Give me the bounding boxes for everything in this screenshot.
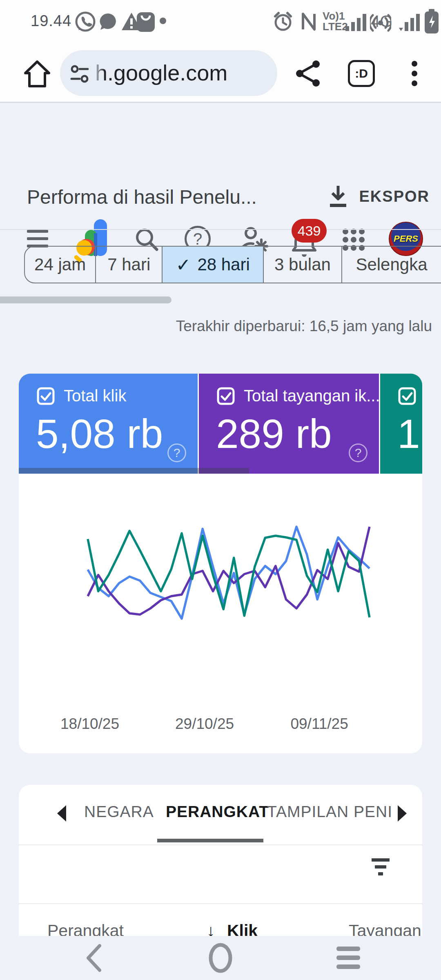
metric-card-0[interactable]: Total klik5,08 rb?: [19, 374, 198, 474]
metric-label: Total klik: [64, 387, 126, 405]
x-tick-label: 18/10/25: [60, 715, 119, 733]
filter-icon: [372, 858, 390, 862]
signal-bars-2: [398, 12, 421, 33]
tab-negara[interactable]: NEGARA: [84, 803, 154, 821]
notification-badge: 439: [292, 219, 327, 243]
dot-icon: [159, 17, 167, 24]
share-icon[interactable]: [296, 60, 321, 87]
performance-chart: 18/10/2529/10/2509/11/25: [19, 474, 422, 753]
metric-cards-row: Total klik5,08 rb?Total tayangan ik...28…: [19, 374, 422, 474]
home-button[interactable]: [207, 942, 234, 973]
url-text[interactable]: h.google.com: [95, 60, 227, 85]
x-tick-label: 09/11/25: [290, 715, 348, 733]
active-tab-underline: [157, 839, 263, 842]
export-button[interactable]: EKSPOR: [327, 184, 430, 209]
metric-card-2[interactable]: C1,: [380, 374, 422, 474]
avatar-text: PERS: [394, 234, 418, 244]
series-total-klik: [88, 527, 370, 619]
series-ctr: [88, 531, 370, 617]
date-range-24-jam[interactable]: 24 jam: [24, 246, 96, 283]
metric-value: 289 rb: [216, 410, 332, 457]
status-bar: 19.44 Vo)1 LTE2: [0, 0, 441, 44]
shop-bag-icon: [135, 11, 157, 33]
metric-help-icon[interactable]: ?: [167, 443, 186, 462]
selected-check-icon: ✓: [176, 254, 191, 275]
sort-desc-icon: ↓: [207, 921, 215, 936]
date-range-label: 7 hari: [107, 255, 150, 274]
search-console-header: ? 439 PERS: [0, 104, 441, 165]
browser-toolbar: h.google.com :D: [0, 44, 441, 103]
signal-bars: [345, 12, 368, 33]
tabs-prev-icon[interactable]: [54, 804, 69, 822]
clock-time: 19.44: [31, 12, 71, 30]
battery-charging-icon: [424, 9, 440, 34]
recents-button[interactable]: [336, 946, 361, 970]
network-type: 4G: [371, 12, 392, 31]
date-range-3-bulan[interactable]: 3 bulan: [264, 246, 342, 283]
line-chart-svg: [19, 474, 422, 753]
date-range-selengka[interactable]: Selengka: [342, 246, 441, 283]
back-button[interactable]: [83, 943, 104, 973]
performance-sheet: Total klik5,08 rb?Total tayangan ik...28…: [19, 374, 422, 753]
menu-3dot-icon[interactable]: [411, 60, 418, 87]
dimensions-card: NEGARAPERANGKATTAMPILAN PENI Perangkat ↓…: [19, 785, 422, 936]
android-navigation-bar: [0, 936, 441, 980]
metric-label: Total tayangan ik...: [244, 387, 379, 405]
page-title: Performa di hasil Penelu...: [27, 186, 257, 208]
whatsapp-icon: [75, 11, 96, 32]
cards-scrollbar-thumb[interactable]: [19, 468, 249, 474]
filter-button[interactable]: [370, 858, 391, 880]
checked-checkbox-icon[interactable]: [217, 387, 235, 405]
date-range-selector: 24 jam7 hari✓28 hari3 bulanSelengka: [24, 246, 441, 283]
last-updated-text: Terakhir diperbarui: 16,5 jam yang lalu: [176, 318, 432, 335]
tabs-next-icon[interactable]: [395, 804, 410, 822]
report-title-row: Performa di hasil Penelu... EKSPOR: [0, 165, 441, 230]
export-label: EKSPOR: [359, 188, 430, 205]
dimension-tab-row: NEGARAPERANGKATTAMPILAN PENI: [19, 785, 422, 845]
nfc-icon: [301, 11, 317, 32]
checked-checkbox-icon[interactable]: [398, 387, 416, 405]
tab-perangkat[interactable]: PERANGKAT: [166, 803, 269, 821]
table-divider: [19, 903, 422, 904]
date-range-label: 3 bulan: [274, 255, 331, 274]
column-perangkat[interactable]: Perangkat: [47, 921, 124, 936]
date-range-28-hari[interactable]: ✓28 hari: [163, 246, 264, 283]
address-bar[interactable]: h.google.com: [60, 50, 277, 96]
chat-icon: [98, 12, 118, 32]
column-klik-sorted[interactable]: ↓ Klik: [207, 921, 258, 936]
metric-card-1[interactable]: Total tayangan ik...289 rb?: [199, 374, 379, 474]
date-range-label: 28 hari: [197, 255, 249, 274]
horizontal-scroll-indicator[interactable]: [0, 296, 172, 303]
column-tayangan[interactable]: Tayangan: [349, 921, 421, 936]
checked-checkbox-icon[interactable]: [37, 387, 55, 405]
download-icon: [327, 184, 349, 209]
date-range-label: 24 jam: [34, 255, 86, 274]
metric-help-icon[interactable]: ?: [349, 443, 368, 462]
metric-value: 1,: [397, 410, 422, 457]
url-fade: [89, 50, 105, 96]
metric-value: 5,08 rb: [36, 410, 163, 457]
tab-switcher-button[interactable]: :D: [348, 60, 375, 87]
home-icon[interactable]: [23, 59, 51, 89]
tab-count: :D: [355, 67, 368, 80]
date-range-label: Selengka: [356, 255, 427, 274]
tab-tampilan-peni[interactable]: TAMPILAN PENI: [267, 803, 392, 821]
alarm-icon: [272, 11, 294, 33]
x-tick-label: 29/10/25: [175, 715, 234, 733]
date-range-7-hari[interactable]: 7 hari: [96, 246, 163, 283]
site-settings-icon[interactable]: [70, 65, 89, 83]
